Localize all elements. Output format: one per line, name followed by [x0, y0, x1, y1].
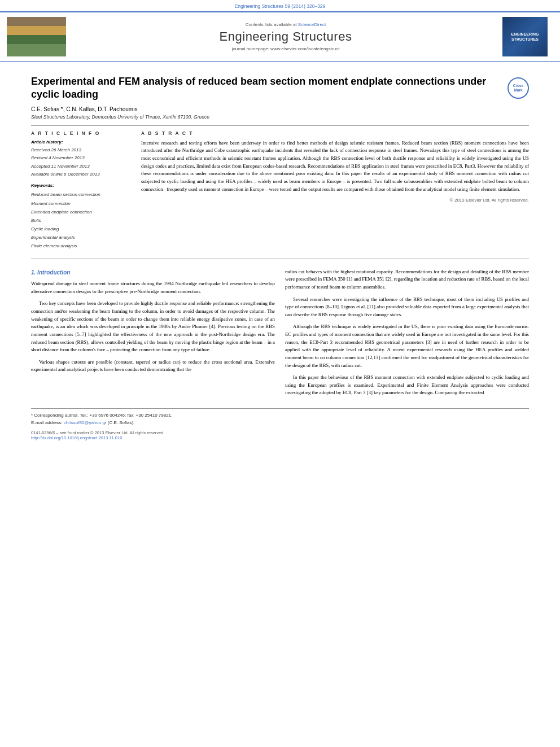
body-para-r4: In this paper the behaviour of the RBS m…: [285, 374, 529, 397]
body-para-r1: radius cut behaves with the highest rota…: [285, 268, 529, 291]
revised-date: Revised 4 November 2013: [31, 154, 130, 162]
email-link[interactable]: chrissof80@yahoo.gr: [64, 420, 107, 425]
right-logo-image: ENGINEERINGSTRUCTURES: [502, 17, 548, 56]
journal-ref-text: Engineering Structures 59 (2014) 320–329: [235, 3, 326, 9]
sciencedirect-link[interactable]: ScienceDirect: [298, 22, 326, 27]
bottom-identifiers: 0141-0296/$ – see front matter © 2013 El…: [31, 430, 529, 440]
affiliation: Steel Structures Laboratory, Democritus …: [31, 114, 529, 120]
crossmark-badge: CrossMark: [508, 77, 529, 99]
email-suffix: (C.E. Sofias).: [108, 420, 135, 425]
journal-center-header: Contents lists available at ScienceDirec…: [76, 22, 496, 51]
logo-strip-1: [7, 17, 66, 26]
keyword-7: Finite element analysis: [31, 242, 130, 250]
article-history-dates: Received 26 March 2013 Revised 4 Novembe…: [31, 146, 130, 179]
journal-right-logo: ENGINEERINGSTRUCTURES: [502, 17, 553, 56]
body-col-right: radius cut behaves with the highest rota…: [285, 268, 529, 401]
accepted-date: Accepted 11 November 2013: [31, 163, 130, 171]
footnote-area: * Corresponding author. Tel.: +30 6976 0…: [31, 408, 529, 427]
journal-title: Engineering Structures: [76, 29, 496, 44]
keyword-6: Experimental analysis: [31, 233, 130, 242]
abstract-heading: A B S T R A C T: [141, 130, 529, 136]
right-logo-text: ENGINEERINGSTRUCTURES: [511, 32, 539, 42]
body-col-left: 1. Introduction Widespread damage to ste…: [31, 268, 275, 401]
body-para-1: Widespread damage to steel moment frame …: [31, 280, 275, 295]
body-divider: [31, 259, 529, 259]
logo-strip-3: [7, 35, 66, 44]
article-info-abstract: A R T I C L E I N F O Article history: R…: [31, 130, 529, 251]
logo-strip-2: [7, 26, 66, 35]
section1-heading: 1. Introduction: [31, 268, 275, 277]
contents-available-text: Contents lists available at ScienceDirec…: [76, 22, 496, 27]
body-section: 1. Introduction Widespread damage to ste…: [31, 268, 529, 401]
available-date: Available online 6 December 2013: [31, 171, 130, 178]
body-para-r3: Although the RBS technique is widely inv…: [285, 323, 529, 369]
keyword-4: Bolts: [31, 216, 130, 225]
corresponding-author: * Corresponding author. Tel.: +30 6976 0…: [31, 412, 529, 420]
journal-homepage: journal homepage: www.elsevier.com/locat…: [76, 46, 496, 51]
keywords-list: Reduced beam section connection Moment c…: [31, 190, 130, 250]
keyword-5: Cyclic loading: [31, 225, 130, 233]
journal-reference: Engineering Structures 59 (2014) 320–329: [0, 0, 560, 11]
logo-strip-4: [7, 44, 66, 56]
body-para-r2: Several researches were investigating th…: [285, 296, 529, 319]
keywords-heading: Keywords:: [31, 183, 130, 188]
article-history-label: Article history:: [31, 139, 130, 145]
doi-line: http://dx.doi.org/10.1016/j.engstruct.20…: [31, 435, 529, 440]
left-logo-image: [7, 17, 66, 56]
abstract-col: A B S T R A C T Intensive research and t…: [141, 130, 529, 251]
article-info-heading: A R T I C L E I N F O: [31, 130, 130, 136]
email-line: E-mail address: chrissof80@yahoo.gr (C.E…: [31, 420, 529, 427]
copyright: © 2013 Elsevier Ltd. All rights reserved…: [141, 198, 529, 203]
received-date: Received 26 March 2013: [31, 146, 130, 154]
journal-header: Contents lists available at ScienceDirec…: [0, 11, 560, 62]
keyword-2: Moment connection: [31, 199, 130, 208]
header-divider: [31, 125, 529, 126]
article-title-section: Experimental and FEM analysis of reduced…: [31, 75, 529, 102]
email-label: E-mail address:: [31, 420, 63, 425]
keyword-3: Extended endplate connection: [31, 208, 130, 216]
article-title: Experimental and FEM analysis of reduced…: [31, 75, 508, 102]
main-content: Experimental and FEM analysis of reduced…: [0, 62, 560, 448]
doi-link[interactable]: http://dx.doi.org/10.1016/j.engstruct.20…: [31, 435, 122, 440]
body-para-3: Various shapes cutouts are possible (con…: [31, 359, 275, 374]
keyword-1: Reduced beam section connection: [31, 190, 130, 199]
body-para-2: Two key concepts have been developed to …: [31, 300, 275, 353]
journal-left-logo: [7, 17, 69, 56]
abstract-text: Intensive research and testing efforts h…: [141, 139, 529, 193]
authors-text: C.E. Sofias *, C.N. Kalfas, D.T. Pachoum…: [31, 106, 137, 112]
issn-line: 0141-0296/$ – see front matter © 2013 El…: [31, 430, 529, 435]
article-info-col: A R T I C L E I N F O Article history: R…: [31, 130, 130, 251]
authors-line: C.E. Sofias *, C.N. Kalfas, D.T. Pachoum…: [31, 106, 529, 112]
